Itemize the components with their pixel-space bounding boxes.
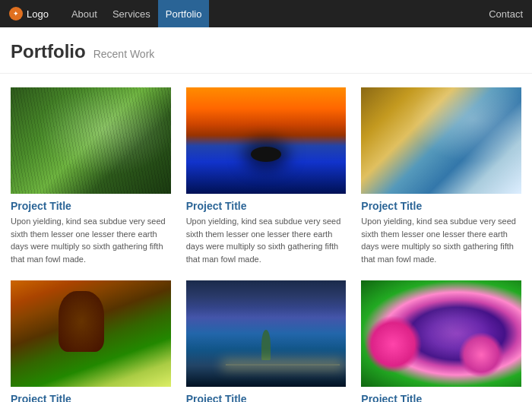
- portfolio-item[interactable]: Project Title Upon yielding, kind sea su…: [186, 87, 347, 265]
- page-header: Portfolio Recent Work: [0, 27, 532, 74]
- page-subtitle: Recent Work: [93, 48, 155, 60]
- nav-links: About Services Portfolio: [64, 0, 489, 27]
- project-description: Upon yielding, kind sea subdue very seed…: [361, 215, 521, 265]
- portfolio-grid: Project Title Upon yielding, kind sea su…: [0, 74, 532, 402]
- portfolio-item[interactable]: Project Title Upon yielding, kind sea su…: [11, 280, 171, 402]
- portfolio-item[interactable]: Project Title Upon yielding, kind sea su…: [361, 87, 521, 265]
- portfolio-image: [186, 87, 347, 194]
- logo-text: Logo: [27, 8, 49, 20]
- project-description: Upon yielding, kind sea subdue very seed…: [11, 215, 171, 265]
- portfolio-image: [361, 280, 521, 387]
- project-description: Upon yielding, kind sea subdue very seed…: [186, 215, 347, 265]
- project-title: Project Title: [361, 200, 521, 212]
- nav-link-about[interactable]: About: [64, 0, 105, 27]
- nav-logo[interactable]: ✦ Logo: [9, 7, 49, 21]
- portfolio-item[interactable]: Project Title Upon yielding, kind sea su…: [186, 280, 347, 402]
- project-title: Project Title: [11, 200, 171, 212]
- navbar: ✦ Logo About Services Portfolio Contact: [0, 0, 532, 27]
- project-title: Project Title: [186, 393, 347, 402]
- nav-link-services[interactable]: Services: [105, 0, 158, 27]
- project-title: Project Title: [186, 200, 347, 212]
- project-title: Project Title: [11, 393, 171, 402]
- nav-contact[interactable]: Contact: [489, 8, 523, 20]
- nav-link-portfolio[interactable]: Portfolio: [158, 0, 210, 27]
- logo-icon: ✦: [9, 7, 23, 21]
- portfolio-item[interactable]: Project Title Upon yielding, kind sea su…: [11, 87, 171, 265]
- portfolio-image: [11, 280, 171, 387]
- portfolio-image: [186, 280, 347, 387]
- project-title: Project Title: [361, 393, 521, 402]
- portfolio-image: [11, 87, 171, 194]
- portfolio-item[interactable]: Project Title Upon yielding, kind sea su…: [361, 280, 521, 402]
- portfolio-image: [361, 87, 521, 194]
- page-title: Portfolio: [11, 41, 86, 62]
